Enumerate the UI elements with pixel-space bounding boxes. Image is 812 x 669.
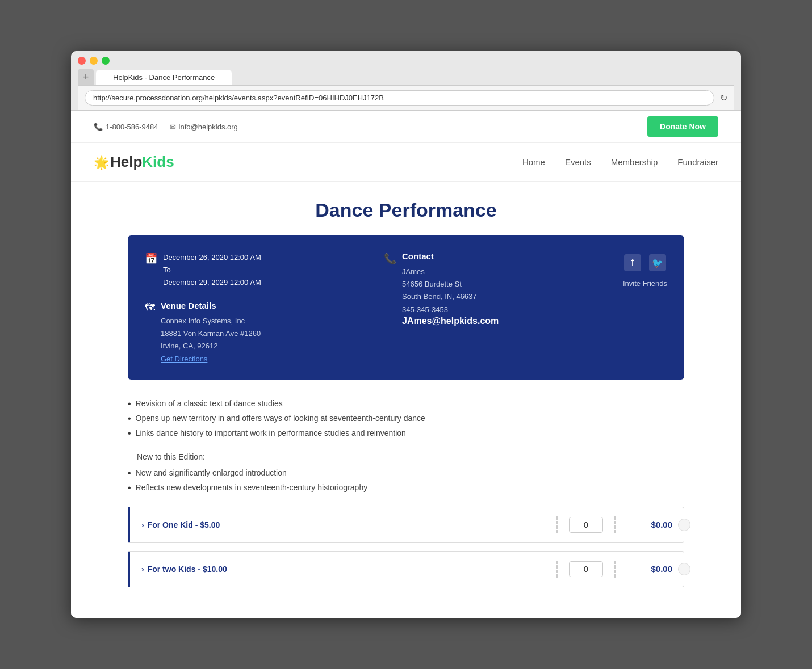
- email-address: info@helpkids.org: [179, 123, 238, 131]
- minimize-window-button[interactable]: [90, 57, 98, 65]
- new-tab-button[interactable]: +: [78, 69, 94, 85]
- phone-item: 📞 1-800-586-9484: [94, 123, 158, 131]
- contact-email: JAmes@helpkids.com: [402, 316, 499, 326]
- date-end: December 29, 2029 12:00 AM: [163, 276, 261, 289]
- ticket-price-2: $0.00: [638, 564, 672, 574]
- page-title: Dance Performance: [128, 199, 684, 221]
- phone-icon: 📞: [94, 123, 103, 131]
- site-header: 🌟HelpKids Home Events Membership Fundrai…: [71, 143, 741, 182]
- active-tab[interactable]: HelpKids - Dance Performance: [96, 70, 232, 85]
- info-card: 📅 December 26, 2020 12:00 AM To December…: [128, 235, 684, 380]
- nav-membership[interactable]: Membership: [611, 157, 658, 167]
- logo-kids: Kids: [142, 153, 174, 170]
- refresh-button[interactable]: ↻: [720, 92, 727, 103]
- nav-home[interactable]: Home: [522, 157, 545, 167]
- top-bar: 📞 1-800-586-9484 ✉ info@helpkids.org Don…: [71, 111, 741, 143]
- ticket-notch-right-1: [678, 519, 690, 531]
- email-icon: ✉: [170, 123, 176, 131]
- ticket-divider-1: [556, 516, 558, 533]
- desc-item-1: Revision of a classic text of dance stud…: [128, 397, 684, 411]
- email-item: ✉ info@helpkids.org: [170, 123, 238, 131]
- contact-title: Contact: [402, 251, 499, 261]
- venue-icon: 🗺: [145, 302, 155, 314]
- desc-item-2: Opens up new territory in and offers way…: [128, 411, 684, 426]
- date-venue-column: 📅 December 26, 2020 12:00 AM To December…: [145, 251, 367, 364]
- social-icons: f 🐦: [624, 254, 666, 271]
- ticket-qty-input-1[interactable]: [569, 517, 603, 533]
- venue-info: Venue Details Connex Info Systems, Inc 1…: [161, 301, 261, 364]
- url-input[interactable]: [85, 90, 714, 106]
- logo: 🌟HelpKids: [94, 153, 174, 171]
- ticket-price-1: $0.00: [638, 520, 672, 529]
- tab-bar: + HelpKids - Dance Performance: [78, 69, 734, 85]
- contact-address1: 54656 Burdette St: [402, 278, 499, 291]
- contact-phone: 345-345-3453: [402, 304, 499, 316]
- new-edition-label: New to this Edition:: [137, 452, 684, 461]
- twitter-icon[interactable]: 🐦: [649, 254, 666, 271]
- get-directions-link[interactable]: Get Directions: [161, 355, 207, 363]
- maximize-window-button[interactable]: [102, 57, 110, 65]
- chevron-icon-2: ›: [141, 565, 144, 574]
- venue-title: Venue Details: [161, 301, 261, 310]
- venue-name: Connex Info Systems, Inc: [161, 315, 261, 327]
- calendar-icon: 📅: [145, 253, 157, 265]
- address-bar: ↻: [78, 85, 734, 110]
- phone-number: 1-800-586-9484: [106, 123, 158, 131]
- ticket-label-2: › For two Kids - $10.00: [141, 565, 545, 574]
- browser-chrome: + HelpKids - Dance Performance ↻: [71, 51, 741, 111]
- contact-column: 📞 Contact JAmes 54656 Burdette St South …: [384, 251, 606, 364]
- social-column: f 🐦 Invite Friends: [623, 251, 667, 364]
- tab-label: HelpKids - Dance Performance: [113, 73, 215, 82]
- chevron-icon-1: ›: [141, 520, 144, 529]
- date-start: December 26, 2020 12:00 AM: [163, 251, 261, 264]
- contact-address2: South Bend, IN, 46637: [402, 291, 499, 303]
- ticket-notch-right-2: [678, 563, 690, 575]
- date-info: December 26, 2020 12:00 AM To December 2…: [163, 251, 261, 289]
- ticket-divider-4: [614, 561, 616, 578]
- ticket-row-2: › For two Kids - $10.00 $0.00: [128, 551, 684, 587]
- window-controls: [78, 57, 734, 65]
- venue-address2: Irvine, CA, 92612: [161, 340, 261, 352]
- logo-help: Help: [110, 153, 142, 170]
- venue-address1: 18881 Von Karman Ave #1260: [161, 327, 261, 340]
- ticket-divider-2: [614, 516, 616, 533]
- main-nav: Home Events Membership Fundraiser: [522, 157, 718, 167]
- logo-icon: 🌟: [94, 155, 109, 170]
- facebook-icon[interactable]: f: [624, 254, 641, 271]
- browser-window: + HelpKids - Dance Performance ↻ 📞 1-800…: [71, 51, 741, 618]
- donate-now-button[interactable]: Donate Now: [647, 116, 718, 137]
- phone-icon-contact: 📞: [384, 253, 396, 265]
- page-content: 📞 1-800-586-9484 ✉ info@helpkids.org Don…: [71, 111, 741, 618]
- ticket-row-1: › For One Kid - $5.00 $0.00: [128, 507, 684, 543]
- date-to: To: [163, 264, 261, 276]
- new-edition-list: New and significantly enlarged introduct…: [128, 466, 684, 495]
- top-bar-left: 📞 1-800-586-9484 ✉ info@helpkids.org: [94, 123, 238, 131]
- nav-events[interactable]: Events: [565, 157, 591, 167]
- ticket-qty-input-2[interactable]: [569, 561, 603, 577]
- ticket-label-1: › For One Kid - $5.00: [141, 520, 545, 529]
- new-item-1: New and significantly enlarged introduct…: [128, 466, 684, 481]
- contact-name: JAmes: [402, 266, 499, 278]
- new-item-2: Reflects new developments in seventeenth…: [128, 481, 684, 495]
- nav-fundraiser[interactable]: Fundraiser: [677, 157, 718, 167]
- ticket-divider-3: [556, 561, 558, 578]
- contact-info: Contact JAmes 54656 Burdette St South Be…: [402, 251, 499, 326]
- desc-item-3: Links dance history to important work in…: [128, 426, 684, 441]
- close-window-button[interactable]: [78, 57, 86, 65]
- main-content: Dance Performance 📅 December 26, 2020 12…: [71, 182, 741, 618]
- invite-friends-link[interactable]: Invite Friends: [623, 279, 667, 288]
- description-list: Revision of a classic text of dance stud…: [128, 397, 684, 441]
